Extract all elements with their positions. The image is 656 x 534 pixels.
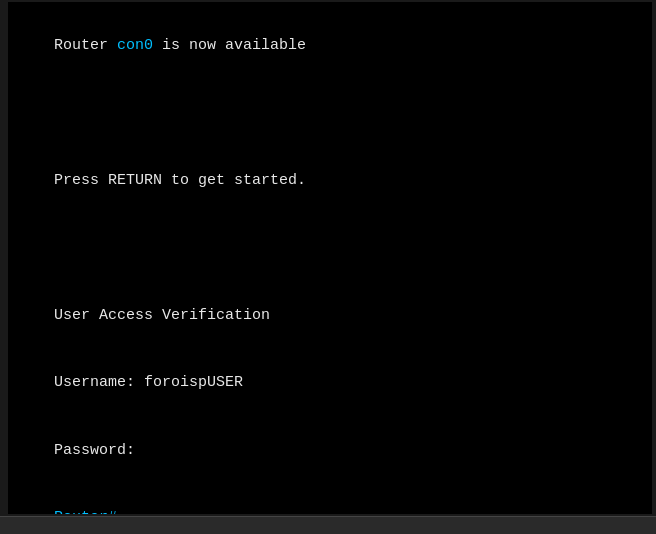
terminal-line-1: Router con0 is now available: [18, 12, 638, 80]
blank-line-2: [18, 102, 638, 125]
text-username: Username: foroispUSER: [54, 374, 243, 391]
terminal-line-uav: User Access Verification: [18, 282, 638, 350]
text-available: is now available: [153, 37, 306, 54]
text-press-return: Press RETURN to get started.: [54, 172, 306, 189]
blank-line-6: [18, 260, 638, 283]
text-prompt1: Router#: [54, 509, 117, 514]
text-con0: con0: [117, 37, 153, 54]
blank-line-4: [18, 215, 638, 238]
text-password: Password:: [54, 442, 135, 459]
status-bar: [0, 516, 656, 534]
terminal-line-password: Password:: [18, 417, 638, 485]
text-user-access: User Access Verification: [54, 307, 270, 324]
blank-line-5: [18, 237, 638, 260]
text-router: Router: [54, 37, 117, 54]
blank-line-3: [18, 125, 638, 148]
terminal-line-username: Username: foroispUSER: [18, 350, 638, 418]
terminal-line-press: Press RETURN to get started.: [18, 147, 638, 215]
terminal-line-prompt1: Router#: [18, 485, 638, 515]
terminal-window[interactable]: Router con0 is now available Press RETUR…: [4, 2, 652, 514]
blank-line-1: [18, 80, 638, 103]
